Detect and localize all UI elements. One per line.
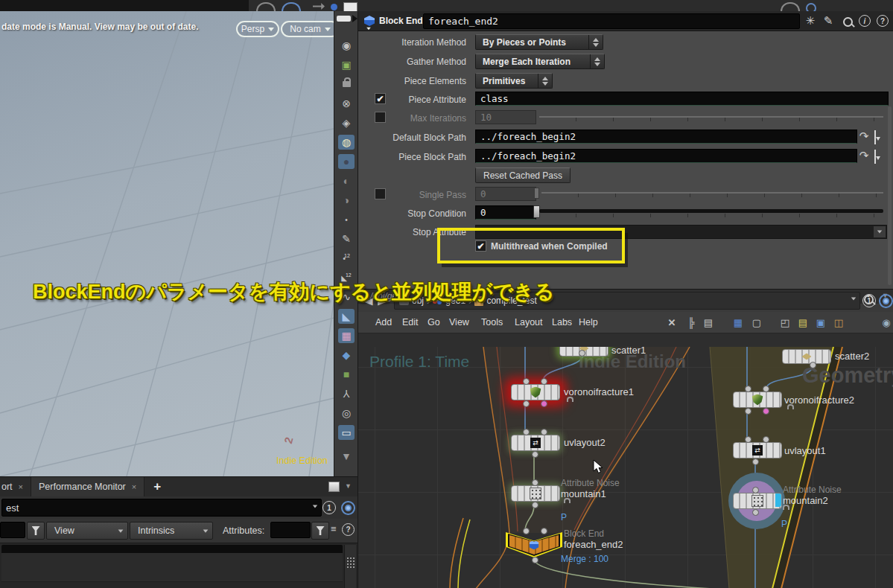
piece-attribute-field[interactable]: class (475, 92, 889, 106)
radar-icon[interactable] (341, 501, 355, 515)
search-icon[interactable] (841, 15, 854, 28)
point-icon[interactable]: • (338, 212, 355, 227)
node-mountain1[interactable] (511, 485, 560, 502)
node-uvlayout1[interactable]: ⇄ (733, 442, 782, 458)
node-voronoifracture1[interactable] (511, 384, 560, 400)
brush-icon[interactable]: ✎ (822, 14, 835, 28)
menu-view[interactable]: View (449, 317, 469, 327)
spreadsheet-path-field[interactable]: est (1, 499, 322, 517)
hand-sphere-icon[interactable]: ◑ (338, 193, 355, 208)
node-input-dot[interactable] (541, 429, 547, 435)
node-label[interactable]: voronoifracture1 (564, 386, 634, 397)
sticky-note-icon[interactable]: ▤ (796, 316, 810, 329)
node-input-dot[interactable] (523, 429, 530, 435)
node-label[interactable]: scatter2 (835, 351, 869, 362)
node-input-dot[interactable] (532, 479, 538, 486)
polygon-icon[interactable]: ◣ (338, 309, 355, 324)
radar-icon[interactable] (879, 294, 893, 308)
tab-report[interactable]: ort× (0, 477, 31, 496)
pane-maximize-icon[interactable] (328, 482, 340, 492)
node-output-dot[interactable] (532, 451, 538, 458)
node-output-dot[interactable] (752, 458, 759, 465)
node-label[interactable]: uvlayout1 (784, 445, 826, 456)
point-number-icon[interactable]: •12 (338, 251, 355, 266)
circle-menu-icon[interactable]: ◎ (338, 406, 355, 421)
node-label[interactable]: uvlayout2 (564, 437, 606, 448)
filter-funnel-icon[interactable] (27, 522, 45, 540)
snapshot-icon[interactable]: ▭ (338, 425, 355, 440)
reset-cached-pass-button[interactable]: Reset Cached Pass (475, 167, 571, 183)
persp-view-button[interactable]: Persp (236, 21, 279, 37)
node-label[interactable]: mountain2 (783, 495, 828, 506)
node-uvlayout2[interactable]: ⇄ (511, 435, 560, 451)
menu-go[interactable]: Go (428, 317, 440, 327)
multithread-checkbox[interactable]: ✔ (475, 240, 486, 252)
node-output-dot[interactable] (523, 400, 530, 407)
menu-labs[interactable]: Labs (552, 317, 572, 327)
link-badge[interactable]: 1 (322, 501, 336, 514)
background-image-icon[interactable]: ▣ (814, 316, 827, 329)
list-view-icon[interactable]: ▤ (702, 316, 715, 329)
diamond-icon[interactable]: ◆ (338, 348, 355, 362)
node-output-dot-pink[interactable] (763, 408, 769, 415)
new-tab-button[interactable]: + (153, 479, 161, 494)
network-box-icon[interactable]: ◫ (832, 316, 845, 329)
select-node-icon[interactable] (874, 131, 876, 144)
search-icon[interactable] (864, 295, 874, 304)
toolbar-scrollbar[interactable] (337, 16, 351, 22)
view-material-icon[interactable]: ◐ (338, 173, 355, 188)
no-light-icon[interactable]: ⊗ (338, 96, 355, 111)
node-template-flag[interactable] (775, 493, 781, 507)
overview-icon[interactable]: ◉ (880, 316, 893, 329)
node-output-dot[interactable] (532, 502, 538, 508)
joint-icon[interactable]: Y (338, 386, 355, 401)
select-node-icon[interactable] (874, 150, 876, 164)
panels-icon[interactable]: ◰ (778, 316, 792, 329)
pane-menu-icon[interactable]: ▼ (345, 482, 352, 490)
material-sphere-icon[interactable]: ● (338, 154, 355, 169)
menu-layout[interactable]: Layout (515, 317, 543, 327)
single-pass-slider-handle[interactable] (534, 188, 539, 199)
help-icon[interactable]: ? (877, 15, 889, 27)
tools-icon[interactable]: ✕ (665, 316, 679, 329)
node-voronoifracture2[interactable] (733, 392, 782, 408)
piece-block-path-field[interactable]: ../foreach_begin2 (475, 149, 857, 163)
shelf-pointer-icon[interactable] (313, 3, 325, 10)
node-input-dot[interactable] (523, 378, 530, 385)
menu-help[interactable]: Help (579, 317, 598, 327)
node-input-dot[interactable] (763, 386, 769, 392)
view-mode-dropdown[interactable]: View (46, 522, 128, 540)
table-row[interactable] (1, 567, 343, 582)
help-icon[interactable]: ? (342, 523, 355, 536)
iteration-method-dropdown[interactable]: By Pieces or Points (475, 34, 603, 50)
piece-elements-dropdown[interactable]: Primitives (475, 73, 553, 89)
breadcrumb-dropdown-icon[interactable] (851, 297, 857, 301)
node-mountain2[interactable] (733, 493, 782, 509)
node-input-dot[interactable] (541, 378, 547, 385)
menu-edit[interactable]: Edit (402, 317, 419, 327)
stop-attribute-dropdown[interactable] (874, 226, 886, 237)
grid-snap-icon[interactable]: ▦ (731, 316, 745, 329)
stop-condition-slider[interactable] (539, 209, 883, 213)
node-input-dot[interactable] (523, 528, 530, 534)
lock-icon[interactable] (338, 77, 355, 92)
close-icon[interactable]: × (19, 482, 23, 491)
gear-icon[interactable]: ✳ (804, 14, 817, 28)
scroll-right-icon[interactable] (352, 15, 357, 22)
node-output-dot[interactable] (810, 362, 816, 368)
scroll-down-icon[interactable]: ▼ (338, 449, 355, 464)
filter-funnel-icon[interactable] (311, 522, 329, 540)
jump-to-node-icon[interactable]: ↷ (857, 130, 871, 143)
node-label[interactable]: scatter1 (611, 347, 646, 356)
node-output-dot[interactable] (752, 509, 759, 516)
node-input-dot[interactable] (745, 436, 751, 443)
view-select-icon[interactable]: ◉ (338, 38, 355, 53)
tree-view-icon[interactable]: ╠ (684, 316, 698, 329)
node-label[interactable]: voronoifracture2 (784, 394, 854, 406)
node-output-dot[interactable] (745, 408, 751, 415)
bbox-icon[interactable]: ■ (338, 367, 355, 382)
table-scrollbar[interactable] (344, 545, 356, 588)
node-output-dot-pink[interactable] (541, 400, 547, 407)
shelf-color-icon[interactable] (331, 4, 337, 10)
node-input-dot[interactable] (745, 386, 751, 392)
